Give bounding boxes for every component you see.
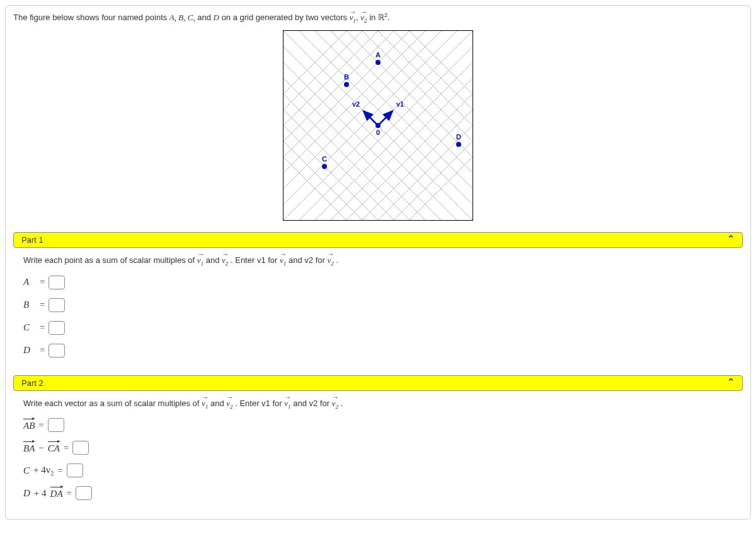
prompt-prefix: The figure below shows four named points: [13, 13, 169, 22]
lhs-D: D: [23, 345, 36, 356]
real-space: ℝ: [378, 13, 384, 22]
row-D: D =: [23, 344, 733, 358]
part2-header[interactable]: Part 2 ⌄: [13, 375, 743, 391]
eq-sign: =: [67, 488, 72, 499]
label-D: D: [456, 133, 461, 141]
lhs-D: D: [23, 488, 30, 499]
prompt-text: The figure below shows four named points…: [13, 12, 743, 24]
lhs-C4v2-C: C: [23, 465, 30, 476]
point-D: D: [214, 13, 219, 22]
grid-svg: 0 v1 v2 A B C D: [284, 31, 472, 220]
figure-wrap: 0 v1 v2 A B C D: [13, 30, 743, 222]
label-A: A: [375, 51, 381, 59]
vec-DA: DA: [50, 487, 63, 499]
vec-CA: CA: [48, 441, 60, 454]
row-C4v2: C + 4v2 =: [23, 463, 733, 477]
input-D[interactable]: [49, 344, 65, 358]
label-v2: v2: [352, 100, 360, 108]
eq-sign: =: [57, 465, 62, 476]
vec-BA: BA: [23, 441, 35, 454]
vec-v2: v2: [222, 255, 228, 267]
vec-v1: v1: [202, 399, 208, 410]
lhs-B: B: [23, 300, 36, 310]
row-C: C =: [23, 321, 733, 335]
part2-title: Part 2: [21, 378, 43, 388]
vec-v1: v1: [280, 255, 286, 267]
svg-line-35: [378, 111, 392, 125]
input-BACA[interactable]: [72, 441, 89, 455]
label-0: 0: [376, 129, 380, 136]
svg-point-41: [456, 142, 461, 147]
svg-point-40: [322, 164, 327, 169]
row-B: B =: [23, 298, 733, 312]
vec-v2: v2: [332, 399, 338, 410]
eq-sign: =: [40, 300, 45, 310]
label-v1: v1: [396, 100, 404, 108]
part1-body: Write each point as a sum of scalar mult…: [13, 248, 743, 370]
row-AB: AB =: [23, 418, 733, 432]
eq-sign: =: [38, 420, 43, 431]
input-C[interactable]: [49, 321, 65, 335]
eq-sign: =: [40, 277, 45, 288]
lhs-plus4: + 4: [34, 488, 47, 499]
eq-sign: =: [64, 443, 69, 453]
points-list: A, B, C,: [169, 13, 195, 22]
vec-v1: v1: [197, 255, 203, 267]
part1-instructions: Write each point as a sum of scalar mult…: [23, 255, 733, 267]
row-D4DA: D + 4 DA =: [23, 486, 733, 500]
part2-instructions: Write each vector as a sum of scalar mul…: [23, 399, 733, 410]
lhs-A: A: [23, 277, 36, 288]
svg-point-37: [375, 123, 381, 128]
minus-sign: −: [38, 443, 43, 453]
part2-body: Write each vector as a sum of scalar mul…: [13, 391, 743, 513]
vec-v2: v2: [327, 255, 333, 267]
prompt-period: .: [387, 13, 390, 22]
eq-sign: =: [40, 322, 45, 333]
input-D4DA[interactable]: [76, 486, 92, 500]
part1-header[interactable]: Part 1 ⌄: [13, 232, 743, 248]
svg-point-38: [375, 60, 381, 65]
row-BA-CA: BA − CA =: [23, 441, 733, 455]
prompt-in: in: [369, 13, 378, 22]
input-C4v2[interactable]: [67, 463, 83, 477]
row-A: A =: [23, 276, 733, 289]
vec-v2: v2: [360, 13, 367, 24]
vec-AB: AB: [23, 419, 35, 431]
lhs-C: C: [23, 322, 36, 333]
vec-v1: v1: [284, 399, 290, 410]
input-AB[interactable]: [48, 418, 64, 432]
prompt-and: and: [197, 13, 213, 22]
svg-point-39: [344, 82, 349, 87]
input-B[interactable]: [49, 298, 65, 312]
svg-line-36: [364, 111, 378, 125]
label-C: C: [322, 155, 327, 163]
chevron-up-icon: ⌄: [727, 234, 735, 244]
prompt-mid: on a grid generated by two vectors: [222, 13, 350, 22]
chevron-up-icon: ⌄: [727, 376, 735, 387]
vec-v1: v1: [350, 13, 356, 24]
part1-title: Part 1: [21, 235, 43, 245]
grid-figure: 0 v1 v2 A B C D: [283, 30, 473, 221]
problem-container: The figure below shows four named points…: [5, 5, 751, 520]
input-A[interactable]: [49, 276, 65, 289]
label-B: B: [344, 73, 349, 81]
eq-sign: =: [40, 345, 45, 356]
vec-v2: v2: [226, 399, 232, 410]
lhs-C4v2-mid: + 4v2: [33, 465, 54, 477]
